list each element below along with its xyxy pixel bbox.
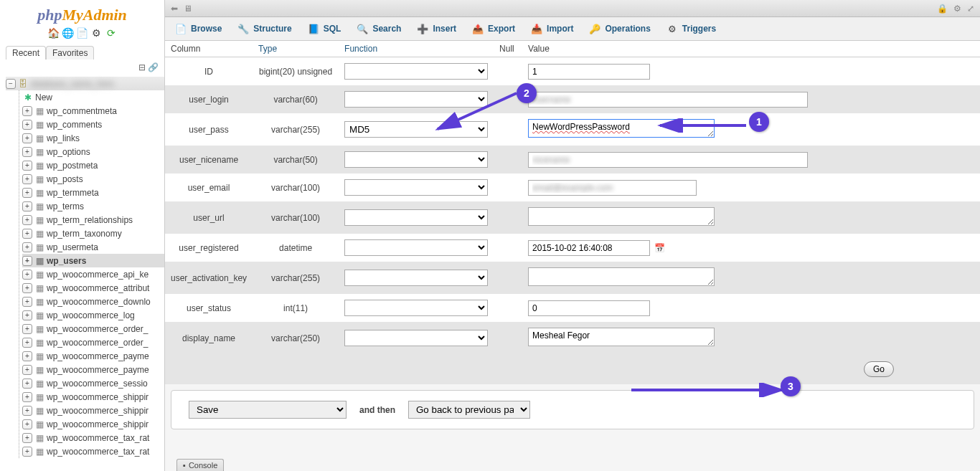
- function-select[interactable]: [344, 300, 488, 316]
- expand-btn-icon[interactable]: +: [22, 297, 32, 307]
- expand-btn-icon[interactable]: +: [22, 201, 32, 211]
- expand-btn-icon[interactable]: +: [22, 215, 32, 225]
- collapse-icon[interactable]: ⊟: [138, 62, 146, 72]
- collapse-top-icon[interactable]: ⤢: [967, 4, 974, 14]
- expand-btn-icon[interactable]: +: [22, 324, 32, 334]
- tree-table[interactable]: +▦wp_postmeta: [22, 158, 164, 172]
- expand-btn-icon[interactable]: +: [22, 174, 32, 184]
- tree-table[interactable]: +▦wp_termmeta: [22, 186, 164, 199]
- tree-table[interactable]: +▦wp_comments: [22, 118, 164, 131]
- expand-btn-icon[interactable]: +: [22, 229, 32, 239]
- go-button[interactable]: Go: [864, 361, 894, 377]
- tree-table[interactable]: +▦wp_term_taxonomy: [22, 227, 164, 240]
- tree-table[interactable]: +▦wp_woocommerce_downlo: [22, 295, 164, 308]
- tree-table[interactable]: +▦wp_woocommerce_attribut: [22, 281, 164, 295]
- expand-btn-icon[interactable]: +: [22, 106, 32, 116]
- tree-table[interactable]: +▦wp_woocommerce_tax_rat: [22, 444, 164, 458]
- tree-table[interactable]: +▦wp_usermeta: [22, 240, 164, 254]
- value-input[interactable]: [528, 92, 808, 108]
- tree-table[interactable]: +▦wp_woocommerce_sessio: [22, 376, 164, 390]
- console-tab[interactable]: ▪ Console: [176, 459, 224, 471]
- expand-btn-icon[interactable]: +: [22, 365, 32, 375]
- function-select[interactable]: [344, 239, 488, 256]
- tree-table[interactable]: +▦wp_posts: [22, 172, 164, 186]
- toolbar-sql[interactable]: 📘SQL: [301, 20, 349, 37]
- value-input[interactable]: [528, 64, 650, 80]
- expand-btn-icon[interactable]: +: [22, 256, 32, 266]
- expand-btn-icon[interactable]: +: [22, 379, 32, 389]
- value-input[interactable]: [528, 267, 715, 286]
- collapse-btn-icon[interactable]: −: [6, 79, 16, 89]
- toolbar-structure[interactable]: 🔧Structure: [230, 20, 298, 37]
- tab-favorites[interactable]: Favorites: [46, 46, 94, 60]
- function-select[interactable]: [344, 151, 488, 168]
- expand-btn-icon[interactable]: +: [22, 419, 32, 429]
- tree-table[interactable]: +▦wp_terms: [22, 199, 164, 213]
- tree-table[interactable]: +▦wp_commentmeta: [22, 104, 164, 118]
- expand-btn-icon[interactable]: +: [22, 133, 32, 143]
- docs-icon[interactable]: 📄: [77, 27, 88, 39]
- expand-btn-icon[interactable]: +: [22, 338, 32, 348]
- tree-table[interactable]: +▦wp_woocommerce_shippir: [22, 417, 164, 431]
- tree-table[interactable]: +▦wp_woocommerce_shippir: [22, 404, 164, 417]
- expand-btn-icon[interactable]: +: [22, 188, 32, 198]
- function-select[interactable]: [344, 270, 488, 286]
- toolbar-search[interactable]: 🔍Search: [349, 20, 408, 37]
- expand-btn-icon[interactable]: +: [22, 283, 32, 293]
- tree-table[interactable]: +▦wp_woocommerce_payme: [22, 349, 164, 363]
- tree-table[interactable]: +▦wp_options: [22, 145, 164, 158]
- expand-btn-icon[interactable]: +: [22, 433, 32, 443]
- expand-btn-icon[interactable]: +: [22, 270, 32, 280]
- toolbar-triggers[interactable]: ⚙Triggers: [659, 20, 723, 37]
- tree-table[interactable]: +▦wp_woocommerce_shippir: [22, 390, 164, 404]
- toolbar-insert[interactable]: ➕Insert: [410, 20, 463, 37]
- nav-left-icon[interactable]: ⬅: [171, 4, 178, 14]
- lock-icon[interactable]: 🔒: [937, 4, 948, 14]
- gear-icon[interactable]: ⚙: [953, 4, 961, 14]
- expand-btn-icon[interactable]: +: [22, 310, 32, 320]
- tree-table[interactable]: +▦wp_woocommerce_tax_rat: [22, 431, 164, 444]
- expand-btn-icon[interactable]: +: [22, 161, 32, 171]
- tree-table[interactable]: +▦wp_woocommerce_log: [22, 308, 164, 322]
- calendar-icon[interactable]: 📅: [654, 243, 665, 253]
- logo[interactable]: phpMyAdmin 🏠 🌐 📄 ⚙ ⟳: [0, 0, 164, 42]
- tab-recent[interactable]: Recent: [6, 46, 46, 60]
- tree-table[interactable]: +▦wp_woocommerce_order_: [22, 336, 164, 349]
- home-icon[interactable]: 🏠: [48, 27, 60, 39]
- function-select[interactable]: [344, 63, 488, 80]
- value-input[interactable]: [528, 300, 650, 316]
- tree-new[interactable]: ✱ New: [22, 90, 164, 104]
- th-type[interactable]: Type: [253, 41, 339, 57]
- toolbar-import[interactable]: 📥Import: [524, 20, 580, 37]
- tree-table[interactable]: +▦wp_term_relationships: [22, 213, 164, 227]
- value-input[interactable]: [528, 207, 715, 226]
- expand-btn-icon[interactable]: +: [22, 392, 32, 402]
- function-select[interactable]: [344, 330, 488, 346]
- value-input[interactable]: [528, 240, 650, 256]
- expand-btn-icon[interactable]: +: [22, 242, 32, 252]
- value-input[interactable]: [528, 152, 808, 168]
- reload-icon[interactable]: ⟳: [105, 27, 117, 39]
- tree-table[interactable]: +▦wp_links: [22, 131, 164, 145]
- function-select[interactable]: [344, 179, 488, 196]
- expand-btn-icon[interactable]: +: [22, 447, 32, 457]
- toolbar-operations[interactable]: 🔑Operations: [582, 20, 657, 37]
- tree-table[interactable]: +▦wp_woocommerce_order_: [22, 322, 164, 336]
- then-select[interactable]: Go back to previous page: [408, 401, 530, 419]
- link-icon[interactable]: 🔗: [148, 62, 159, 72]
- db-tree[interactable]: − 🗄 database_name_here ✱ New +▦wp_commen…: [0, 75, 164, 471]
- logout-icon[interactable]: 🌐: [62, 27, 74, 39]
- save-select[interactable]: Save: [189, 401, 347, 419]
- tree-table[interactable]: +▦wp_woocommerce_payme: [22, 363, 164, 376]
- expand-btn-icon[interactable]: +: [22, 351, 32, 361]
- value-input[interactable]: [528, 328, 715, 346]
- tree-db[interactable]: − 🗄 database_name_here: [6, 77, 164, 90]
- settings-icon[interactable]: ⚙: [91, 27, 103, 39]
- toolbar-browse[interactable]: 📄Browse: [168, 20, 229, 37]
- tree-table[interactable]: +▦wp_woocommerce_api_ke: [22, 267, 164, 281]
- tree-table[interactable]: +▦wp_users: [22, 254, 164, 267]
- value-input[interactable]: [528, 180, 697, 196]
- toolbar-export[interactable]: 📤Export: [465, 20, 522, 37]
- expand-btn-icon[interactable]: +: [22, 147, 32, 157]
- function-select[interactable]: [344, 209, 488, 226]
